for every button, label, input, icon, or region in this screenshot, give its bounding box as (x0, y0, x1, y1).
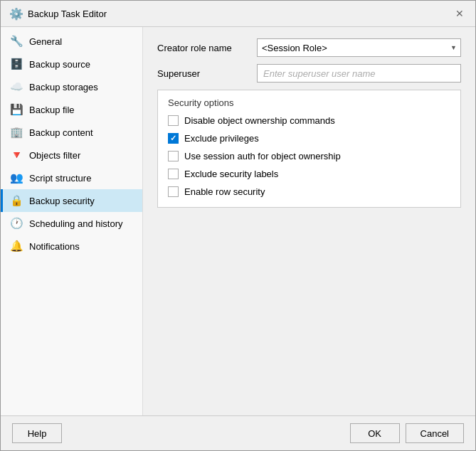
notifications-icon: 🔔 (9, 239, 23, 253)
checkbox-row-exclude-security-labels: Exclude security labels (168, 169, 450, 179)
sidebar-item-script-structure[interactable]: 👥 Script structure (1, 166, 142, 189)
ok-button[interactable]: OK (350, 423, 400, 443)
sidebar-label-backup-security: Backup security (29, 196, 95, 206)
checkbox-label-exclude-privileges: Exclude privileges (184, 133, 259, 144)
sidebar: 🔧 General 🗄️ Backup source ☁️ Backup sto… (1, 27, 143, 415)
cancel-button[interactable]: Cancel (406, 423, 464, 443)
superuser-label: Superuser (157, 68, 257, 79)
sidebar-item-scheduling-history[interactable]: 🕐 Scheduling and history (1, 212, 142, 235)
checkbox-exclude-security-labels[interactable] (168, 169, 179, 179)
dialog-footer: Help OK Cancel (1, 415, 475, 450)
checkbox-row-session-auth: Use session auth for object ownership (168, 151, 450, 161)
superuser-input-wrap (257, 64, 461, 83)
sidebar-item-general[interactable]: 🔧 General (1, 30, 142, 53)
sidebar-label-backup-file: Backup file (29, 105, 75, 115)
checkbox-label-session-auth: Use session auth for object ownership (184, 151, 341, 161)
sidebar-label-backup-source: Backup source (29, 59, 90, 70)
backup-security-icon: 🔒 (9, 193, 23, 208)
checkbox-label-exclude-security-labels: Exclude security labels (184, 169, 278, 179)
sidebar-label-scheduling: Scheduling and history (29, 218, 123, 229)
superuser-row: Superuser (157, 64, 461, 83)
checkbox-enable-row-security[interactable] (168, 186, 179, 197)
sidebar-label-backup-storages: Backup storages (29, 82, 98, 92)
creator-role-label: Creator role name (157, 43, 257, 53)
sidebar-item-backup-content[interactable]: 🏢 Backup content (1, 121, 142, 144)
checkbox-session-auth[interactable] (168, 151, 179, 161)
scheduling-icon: 🕐 (9, 216, 23, 230)
backup-storages-icon: ☁️ (9, 80, 23, 94)
security-options-legend: Security options (168, 97, 450, 108)
creator-role-select-wrapper: <Session Role> (257, 38, 461, 57)
title-bar: ⚙️ Backup Task Editor ✕ (1, 1, 475, 27)
checkbox-disable-ownership[interactable] (168, 115, 179, 126)
checkbox-row-disable-ownership: Disable object ownership commands (168, 115, 450, 126)
creator-role-row: Creator role name <Session Role> (157, 38, 461, 57)
sidebar-label-general: General (29, 36, 62, 47)
sidebar-item-backup-security[interactable]: 🔒 Backup security (1, 189, 142, 212)
sidebar-item-notifications[interactable]: 🔔 Notifications (1, 235, 142, 258)
backup-file-icon: 💾 (9, 102, 23, 117)
main-content: Creator role name <Session Role> Superus… (143, 27, 475, 415)
objects-filter-icon: 🔻 (9, 148, 23, 162)
help-button[interactable]: Help (12, 423, 62, 443)
backup-source-icon: 🗄️ (9, 57, 23, 71)
footer-right: OK Cancel (350, 423, 464, 443)
dialog-window: ⚙️ Backup Task Editor ✕ 🔧 General 🗄️ Bac… (0, 0, 476, 451)
script-structure-icon: 👥 (9, 171, 23, 185)
dialog-body: 🔧 General 🗄️ Backup source ☁️ Backup sto… (1, 27, 475, 415)
checkbox-label-disable-ownership: Disable object ownership commands (184, 115, 335, 126)
backup-content-icon: 🏢 (9, 125, 23, 139)
sidebar-item-backup-storages[interactable]: ☁️ Backup storages (1, 75, 142, 98)
sidebar-item-objects-filter[interactable]: 🔻 Objects filter (1, 144, 142, 166)
close-button[interactable]: ✕ (453, 6, 467, 21)
sidebar-label-objects-filter: Objects filter (29, 150, 80, 161)
checkbox-label-enable-row-security: Enable row security (184, 186, 265, 197)
general-icon: 🔧 (9, 34, 23, 48)
checkbox-exclude-privileges[interactable] (168, 133, 179, 144)
title-bar-left: ⚙️ Backup Task Editor (9, 7, 107, 21)
sidebar-item-backup-file[interactable]: 💾 Backup file (1, 98, 142, 121)
checkbox-row-exclude-privileges: Exclude privileges (168, 133, 450, 144)
creator-role-select[interactable]: <Session Role> (257, 38, 461, 57)
checkbox-row-enable-row-security: Enable row security (168, 186, 450, 197)
superuser-input[interactable] (257, 64, 461, 83)
sidebar-item-backup-source[interactable]: 🗄️ Backup source (1, 53, 142, 75)
sidebar-label-notifications: Notifications (29, 241, 80, 252)
dialog-icon: ⚙️ (9, 7, 23, 21)
dialog-title: Backup Task Editor (28, 9, 107, 19)
security-options-group: Security options Disable object ownershi… (157, 90, 461, 208)
sidebar-label-backup-content: Backup content (29, 127, 93, 138)
sidebar-label-script-structure: Script structure (29, 173, 91, 184)
